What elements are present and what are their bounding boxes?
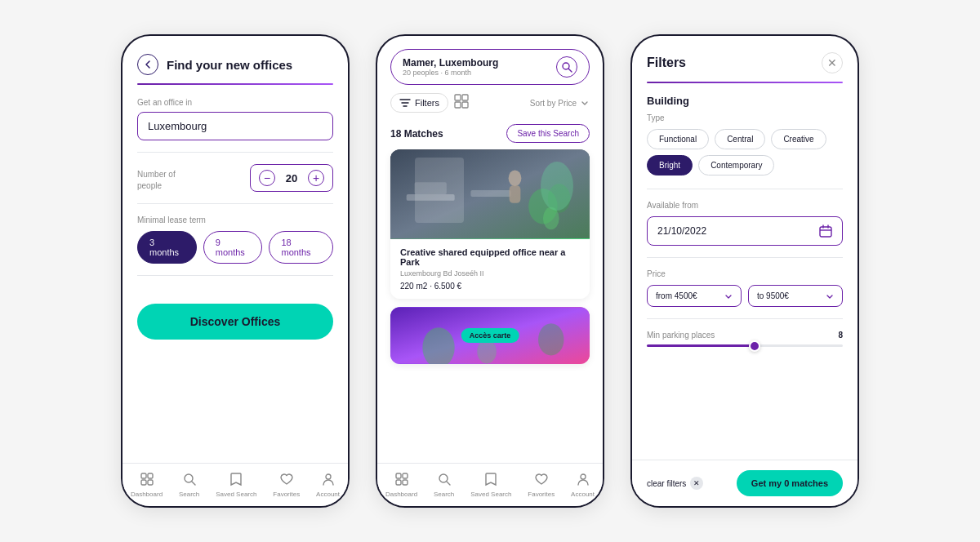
search-bar[interactable]: Mamer, Luxembourg 20 peoples · 6 month [390, 49, 590, 85]
type-pill-functional[interactable]: Functional [647, 129, 709, 149]
card2-image: Accès carte [390, 307, 590, 364]
matches-count: 18 Matches [390, 128, 443, 140]
s2-search-icon [435, 470, 453, 488]
s2-nav-dashboard[interactable]: Dashboard [385, 470, 417, 498]
nav-dashboard-label: Dashboard [131, 491, 163, 498]
svg-rect-25 [403, 473, 408, 478]
s2-nav-dashboard-label: Dashboard [385, 491, 417, 498]
clear-filters-button[interactable]: clear filters ✕ [647, 477, 703, 490]
type-label: Type [647, 113, 843, 122]
lease-pills: 3 months 9 months 18 months [137, 231, 333, 264]
screen1-header: Find your new offices [122, 36, 348, 83]
price-from-chevron [724, 292, 733, 300]
nav-favorites[interactable]: Favorites [273, 470, 300, 498]
nav-account[interactable]: Account [316, 470, 340, 498]
type-pill-bright[interactable]: Bright [647, 155, 693, 175]
s2-nav-account[interactable]: Account [571, 470, 595, 498]
svg-rect-19 [510, 185, 521, 203]
s2-nav-favorites[interactable]: Favorites [528, 470, 555, 498]
date-input[interactable]: 21/10/2022 [647, 216, 843, 246]
nav-saved-search[interactable]: Saved Search [216, 470, 256, 498]
back-button[interactable] [137, 54, 158, 75]
nav-search-label: Search [179, 491, 199, 498]
matches-row: 18 Matches Save this Search [377, 121, 603, 149]
divider-s3-1 [647, 189, 843, 189]
clear-x-icon: ✕ [690, 477, 703, 490]
svg-rect-10 [462, 102, 468, 108]
card1-title: Creative shared equipped office near a P… [400, 247, 580, 267]
nav-favorites-label: Favorites [273, 491, 300, 498]
close-button[interactable]: ✕ [822, 52, 843, 73]
filters-header: Filters ✕ [632, 36, 858, 82]
parking-section: Min parking places 8 [647, 331, 843, 347]
search-circle-button[interactable] [556, 56, 577, 78]
clear-filters-label: clear filters [647, 479, 686, 488]
nav-dashboard[interactable]: Dashboard [131, 470, 163, 498]
nav-search[interactable]: Search [179, 470, 199, 498]
svg-rect-1 [148, 473, 153, 478]
type-pill-creative[interactable]: Creative [771, 129, 826, 149]
price-from-select[interactable]: from 4500€ [647, 285, 742, 307]
increment-button[interactable]: + [308, 170, 324, 186]
price-to-select[interactable]: to 9500€ [748, 285, 843, 307]
svg-rect-12 [407, 194, 455, 201]
s2-nav-saved-label: Saved Search [470, 491, 511, 498]
type-pill-contemporary[interactable]: Contemporary [698, 155, 774, 175]
s2-dashboard-icon [393, 470, 411, 488]
filters-button[interactable]: Filters [390, 93, 448, 113]
nav-saved-label: Saved Search [216, 491, 256, 498]
card1-office-photo [390, 149, 590, 239]
favorites-icon [278, 470, 296, 488]
slider-thumb[interactable] [749, 340, 760, 352]
price-label: Price [647, 269, 843, 278]
filter-icons: Filters [390, 93, 470, 113]
location-field-label: Get an office in [137, 98, 333, 107]
people-row: Number ofpeople − 20 + [137, 164, 333, 192]
svg-rect-2 [141, 480, 146, 485]
s2-favorites-icon [532, 470, 550, 488]
svg-rect-27 [403, 480, 408, 485]
price-row: from 4500€ to 9500€ [647, 285, 843, 307]
divider3 [137, 275, 333, 276]
dashboard-icon [138, 470, 156, 488]
s2-nav-search[interactable]: Search [434, 470, 454, 498]
filters-title: Filters [647, 56, 686, 70]
card1-body: Creative shared equipped office near a P… [390, 239, 590, 299]
map-badge[interactable]: Accès carte [461, 328, 519, 343]
screen1-phone: Find your new offices Get an office in N… [121, 34, 350, 508]
account-icon [319, 470, 337, 488]
screen1-title: Find your new offices [167, 58, 292, 72]
filters-label: Filters [415, 98, 439, 108]
saved-search-icon [227, 470, 245, 488]
screen2-bottom-nav: Dashboard Search Saved Search Favorites [377, 463, 603, 506]
office-card-2[interactable]: Accès carte [390, 307, 590, 364]
office-card-1[interactable]: Creative shared equipped office near a P… [390, 149, 590, 299]
search-sub: 20 peoples · 6 month [403, 69, 498, 77]
type-pill-central[interactable]: Central [715, 129, 765, 149]
parking-value: 8 [838, 331, 843, 340]
card1-address: Luxembourg Bd Joseéh II [400, 269, 580, 278]
save-search-button[interactable]: Save this Search [506, 124, 590, 143]
parking-slider[interactable] [647, 344, 843, 347]
lease-pill-18months[interactable]: 18 months [269, 231, 333, 264]
lease-pill-3months[interactable]: 3 months [137, 231, 197, 264]
screen1-bottom-nav: Dashboard Search Saved Search Favorites [122, 463, 348, 506]
grid-view-button[interactable] [453, 93, 470, 113]
sort-button[interactable]: Sort by Price [530, 98, 590, 108]
nav-account-label: Account [316, 491, 340, 498]
screen3-phone: Filters ✕ Building Type Functional Centr… [630, 34, 859, 508]
svg-point-29 [581, 474, 586, 479]
svg-point-5 [326, 474, 331, 479]
discover-offices-button[interactable]: Discover Offices [137, 304, 333, 340]
s2-nav-saved[interactable]: Saved Search [470, 470, 511, 498]
get-matches-button[interactable]: Get my 0 matches [737, 470, 843, 496]
location-input[interactable] [137, 112, 333, 140]
filters-content: Building Type Functional Central Creativ… [632, 83, 858, 460]
lease-pill-9months[interactable]: 9 months [203, 231, 263, 264]
available-from-label: Available from [647, 201, 843, 210]
screen1-content: Get an office in Number ofpeople − 20 + … [122, 85, 348, 463]
divider-s3-2 [647, 257, 843, 258]
decrement-button[interactable]: − [259, 170, 275, 186]
divider2 [137, 203, 333, 204]
svg-rect-7 [455, 95, 461, 100]
